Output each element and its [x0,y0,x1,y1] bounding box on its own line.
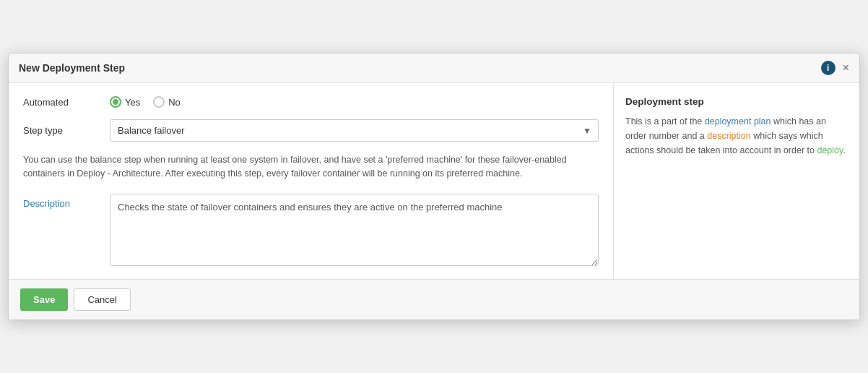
step-type-row: Step type Balance failover Manual Script… [23,119,599,142]
description-textarea[interactable]: Checks the state of failover containers … [110,194,599,266]
description-row: Description Checks the state of failover… [23,194,599,266]
automated-label: Automated [23,97,110,108]
step-type-label: Step type [23,125,110,136]
yes-radio-option[interactable]: Yes [110,96,140,108]
step-type-select[interactable]: Balance failover Manual Script Snapshot [110,119,599,142]
sidebar-text: This is a part of the deployment plan wh… [625,114,848,158]
dialog-main: Automated Yes No Step type [9,83,614,279]
dialog-footer: Save Cancel [9,279,859,320]
no-radio-option[interactable]: No [153,96,181,108]
dialog-sidebar: Deployment step This is a part of the de… [614,83,859,279]
yes-radio-label: Yes [125,97,140,108]
sidebar-link-description[interactable]: description [707,131,750,141]
automated-control: Yes No [110,96,599,108]
no-radio-label: No [168,97,181,108]
save-button[interactable]: Save [20,288,68,311]
sidebar-link-deploy[interactable]: deploy [817,145,843,155]
description-label: Description [23,194,110,209]
sidebar-link-deployment-plan[interactable]: deployment plan [705,116,771,127]
step-info-text: You can use the balance step when runnin… [23,153,599,181]
yes-radio-button[interactable] [110,96,121,108]
sidebar-heading: Deployment step [625,96,848,107]
cancel-button[interactable]: Cancel [74,288,130,311]
header-icons: i × [821,61,849,75]
close-icon[interactable]: × [843,62,849,74]
dialog-header: New Deployment Step i × [9,53,859,83]
new-deployment-step-dialog: New Deployment Step i × Automated Yes [8,53,860,320]
no-radio-button[interactable] [153,96,165,108]
info-icon[interactable]: i [821,61,836,75]
automated-row: Automated Yes No [23,96,599,108]
dialog-body: Automated Yes No Step type [9,83,859,279]
step-type-select-wrapper: Balance failover Manual Script Snapshot … [110,119,599,142]
step-type-control: Balance failover Manual Script Snapshot … [110,119,599,142]
dialog-title: New Deployment Step [19,62,125,74]
